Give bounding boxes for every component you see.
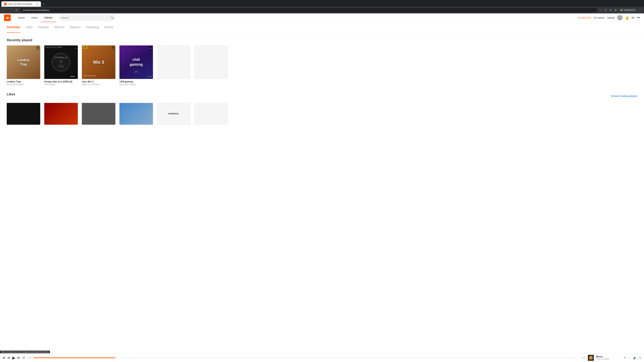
- search-icon: 🔍: [111, 16, 114, 19]
- main-content: Recently played LowkeyTrap ≋ Lowkey Trap…: [0, 33, 644, 137]
- tab-overview[interactable]: Overview: [7, 22, 20, 33]
- likes-grid: PARENTAL: [7, 103, 637, 125]
- like-card-1[interactable]: [7, 103, 40, 125]
- current-time: 0:30: [28, 357, 31, 359]
- next-button[interactable]: ⏭: [17, 356, 20, 360]
- queue-button[interactable]: ☰: [639, 356, 641, 360]
- tab-stations[interactable]: Stations: [70, 22, 81, 33]
- tab-following[interactable]: Following: [86, 22, 99, 33]
- like-card-5[interactable]: PARENTAL: [157, 103, 190, 125]
- total-time: 2:48: [581, 357, 585, 359]
- nav-feed[interactable]: Feed: [28, 13, 40, 22]
- player-track-name: Wavey: [596, 355, 609, 358]
- back-button[interactable]: ←: [2, 8, 7, 12]
- soundcloud-app: ≋ Home Feed Library 🔍 Try Next Pro For A…: [0, 13, 644, 362]
- card-deejay-gijs[interactable]: 2PROMILLE ⊙ DJ LEX& CISKE ≋ Deejay-Gijs …: [44, 45, 78, 86]
- tab-likes[interactable]: Likes: [26, 22, 32, 33]
- like-card-6: [194, 103, 228, 125]
- soundcloud-logo[interactable]: ≋: [4, 14, 11, 21]
- card-chill-gaming[interactable]: chillgaming 🎮 ≋ ♥ ••• chill gaming Disco…: [120, 45, 153, 86]
- search-input[interactable]: [58, 15, 116, 21]
- app-header: ≋ Home Feed Library 🔍 Try Next Pro For A…: [0, 13, 644, 22]
- try-next-pro-link[interactable]: Try Next Pro: [578, 16, 591, 19]
- tab-bar: Hear your likes and playlists, an ✕ +: [0, 0, 644, 7]
- card-subtitle-chill: Discovery Playlists: [120, 83, 153, 86]
- like-button[interactable]: ♥: [624, 356, 626, 360]
- progress-bar[interactable]: [33, 358, 579, 358]
- player-track-details: Wavey Trust Freestyle: [596, 355, 609, 360]
- upload-link[interactable]: Upload: [607, 16, 614, 19]
- main-nav: Home Feed Library: [15, 13, 56, 22]
- card-subtitle-dj: Artist station: [44, 83, 78, 86]
- nav-library[interactable]: Library: [40, 13, 56, 22]
- play-button[interactable]: ▶: [12, 356, 15, 360]
- repeat-button[interactable]: ↺: [22, 356, 25, 360]
- station-badge: station: [68, 75, 76, 78]
- card-title-mix3: Your Mix 3: [82, 80, 116, 83]
- like-card-4[interactable]: [120, 103, 153, 125]
- forward-button[interactable]: →: [8, 8, 13, 12]
- tab-close-button[interactable]: ✕: [36, 3, 38, 5]
- card-subtitle-lowkey: Discovery Playlists: [7, 83, 40, 86]
- address-bar[interactable]: [20, 8, 598, 12]
- browser-actions: ☆ ⊡ ⬇ ⊞ 🕵 Incognito (2) ⋮: [599, 8, 642, 12]
- incognito-icon: 🕵: [620, 9, 623, 11]
- notifications-button[interactable]: 🔔: [625, 16, 629, 19]
- shuffle-button[interactable]: ⇄: [3, 356, 5, 360]
- tab-albums[interactable]: Albums: [54, 22, 64, 33]
- card-placeholder-2: [194, 45, 228, 86]
- user-avatar[interactable]: [617, 15, 622, 20]
- more-options-button[interactable]: •••: [637, 16, 640, 19]
- player-progress: 0:30 2:48: [28, 357, 585, 359]
- menu-button[interactable]: ⋮: [638, 8, 642, 12]
- nav-home[interactable]: Home: [15, 13, 28, 22]
- for-artists-link[interactable]: For Artists: [594, 16, 604, 19]
- incognito-badge: 🕵 Incognito (2): [618, 8, 636, 12]
- like-thumb-4: [120, 103, 153, 125]
- library-tabs: Overview Likes Playlists Albums Stations…: [0, 22, 644, 33]
- tab-playlists[interactable]: Playlists: [38, 22, 49, 33]
- like-thumb-6: [194, 103, 228, 125]
- status-bar: https://soundcloud.com/sc-playlists-asse…: [0, 351, 50, 353]
- add-to-playlist-button[interactable]: ＋: [628, 356, 631, 360]
- likes-section-title: Likes: [7, 92, 15, 96]
- player-controls: ⇄ ⏮ ▶ ⏭ ↺: [3, 356, 25, 360]
- like-card-2[interactable]: [44, 103, 78, 125]
- active-tab[interactable]: Hear your likes and playlists, an ✕: [1, 1, 41, 7]
- player-bar: ⇄ ⏮ ▶ ⏭ ↺ 0:30 2:48 😍 Wavey Trust Freest…: [0, 353, 644, 362]
- card-title-dj: Deejay-Gijs Cox (Official): [44, 80, 78, 83]
- card-thumb-mix3: LTU Mix 3 TONY M & SWAVE ≋: [82, 45, 116, 79]
- card-lowkey-trap[interactable]: LowkeyTrap ≋ Lowkey Trap Discovery Playl…: [7, 45, 40, 86]
- download-button[interactable]: ⬇: [609, 8, 612, 12]
- messages-button[interactable]: ✉: [632, 16, 634, 19]
- track-emoji-icon: 😍: [589, 356, 593, 360]
- card-subtitle-mix3: Made for A24beaba: [82, 83, 116, 86]
- browse-trending-link[interactable]: Browse trending playlists: [611, 95, 637, 97]
- svg-text:≋: ≋: [6, 16, 9, 19]
- tab-title: Hear your likes and playlists, an: [8, 3, 35, 5]
- like-thumb-3: [82, 103, 116, 125]
- like-card-3[interactable]: [82, 103, 116, 125]
- progress-fill: [33, 358, 115, 358]
- volume-button[interactable]: 🔊: [633, 356, 636, 360]
- tab-history[interactable]: History: [104, 22, 114, 33]
- cast-button[interactable]: ⊡: [604, 8, 608, 12]
- player-track-thumbnail: 😍: [588, 355, 594, 361]
- extensions-button[interactable]: ⊞: [614, 8, 617, 12]
- thumb-placeholder-1: [157, 45, 190, 79]
- search-bar: 🔍: [58, 15, 116, 21]
- tab-favicon: [4, 3, 7, 5]
- player-track-artist: Trust Freestyle: [596, 358, 609, 360]
- card-placeholder-1: [157, 45, 190, 86]
- reload-button[interactable]: ↻: [14, 8, 19, 12]
- card-your-mix-3[interactable]: LTU Mix 3 TONY M & SWAVE ≋ Your Mix 3 Ma…: [82, 45, 116, 86]
- recently-played-title: Recently played: [7, 38, 637, 42]
- bookmark-button[interactable]: ☆: [599, 8, 602, 12]
- card-thumb-dj: 2PROMILLE ⊙ DJ LEX& CISKE ≋ Deejay-Gijs …: [44, 45, 78, 79]
- thumb-placeholder-2: [194, 45, 228, 79]
- new-tab-button[interactable]: +: [42, 2, 46, 6]
- like-thumb-2: [44, 103, 78, 125]
- browser-chrome: Hear your likes and playlists, an ✕ + ← …: [0, 0, 644, 13]
- previous-button[interactable]: ⏮: [7, 356, 10, 360]
- card-title-lowkey: Lowkey Trap: [7, 80, 40, 83]
